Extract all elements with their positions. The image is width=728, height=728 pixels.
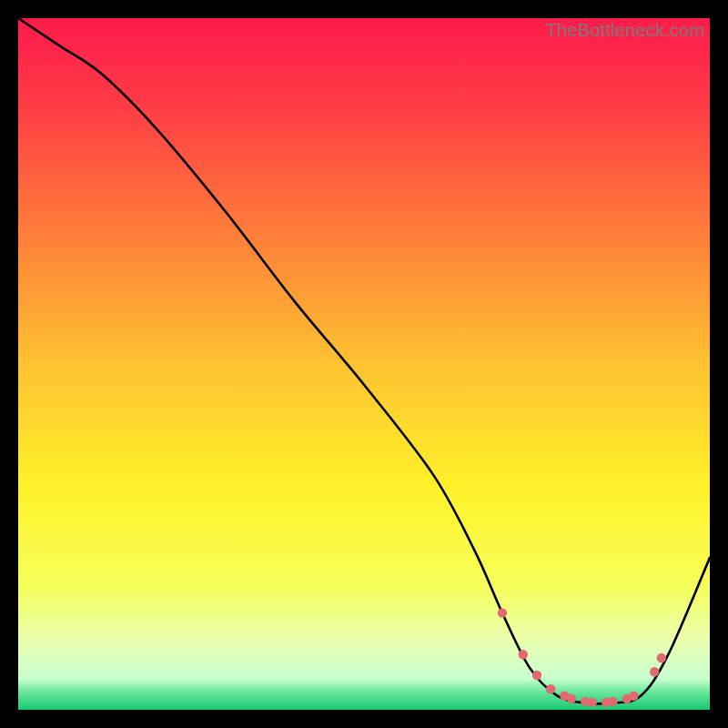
watermark-text: TheBottleneck.com xyxy=(545,20,704,41)
highlight-dot xyxy=(657,653,666,662)
chart-frame: TheBottleneck.com xyxy=(18,18,710,710)
highlight-dot xyxy=(629,692,638,701)
highlight-dot xyxy=(519,650,528,659)
gradient-background xyxy=(18,18,710,710)
chart-svg xyxy=(18,18,710,710)
highlight-dot xyxy=(498,608,507,617)
highlight-dot xyxy=(546,684,555,693)
highlight-dot xyxy=(532,671,541,680)
highlight-dot xyxy=(608,697,617,706)
highlight-dot xyxy=(650,667,659,676)
highlight-dot xyxy=(567,694,576,703)
highlight-dot xyxy=(588,697,597,706)
